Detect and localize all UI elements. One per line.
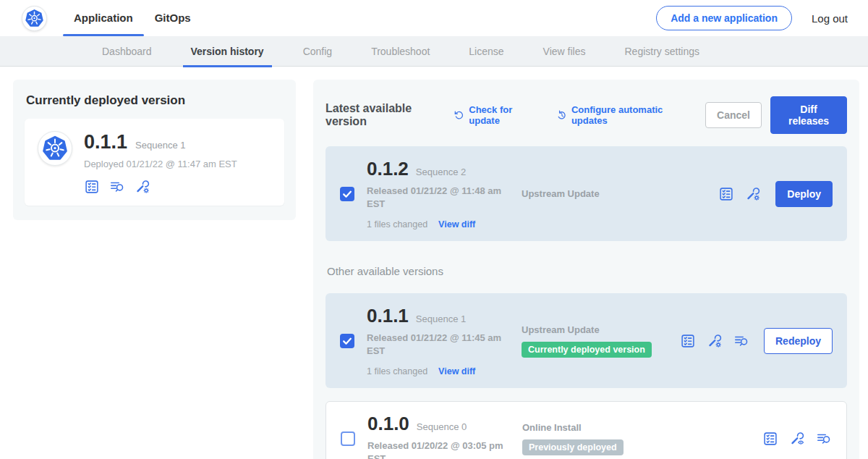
release-notes-icon[interactable] bbox=[718, 186, 734, 202]
release-notes-icon[interactable] bbox=[84, 179, 100, 195]
preflight-icon[interactable] bbox=[816, 431, 832, 447]
version-checkbox[interactable] bbox=[340, 187, 354, 201]
subnav-tab-troubleshoot[interactable]: Troubleshoot bbox=[363, 36, 438, 67]
version-info: 0.1.1 Sequence 1 Released 01/21/22 @ 11:… bbox=[367, 305, 520, 376]
top-nav: Application GitOps Add a new application… bbox=[0, 0, 868, 36]
preflight-icon[interactable] bbox=[109, 179, 125, 195]
source-label: Online Install bbox=[522, 422, 762, 433]
version-history-panel: Latest available version Check for updat… bbox=[313, 80, 859, 459]
version-checkbox[interactable] bbox=[341, 431, 355, 446]
checkmark-icon bbox=[340, 187, 354, 201]
deployed-timestamp: Deployed 01/21/22 @ 11:47 am EST bbox=[84, 159, 237, 169]
currently-deployed-panel: Currently deployed version 0.1.1 Sequenc… bbox=[13, 80, 296, 220]
version-number: 0.1.1 bbox=[367, 305, 409, 327]
subnav-tab-license[interactable]: License bbox=[461, 36, 511, 67]
subnav-tab-registry-settings[interactable]: Registry settings bbox=[616, 36, 707, 67]
add-application-button[interactable]: Add a new application bbox=[656, 6, 792, 30]
latest-available-title: Latest available version bbox=[326, 102, 441, 128]
latest-available-header: Latest available version Check for updat… bbox=[326, 96, 847, 134]
clock-refresh-icon bbox=[556, 109, 567, 122]
tab-application[interactable]: Application bbox=[63, 0, 144, 36]
logout-button[interactable]: Log out bbox=[812, 12, 848, 25]
version-source: Online Install Previously deployed bbox=[521, 422, 762, 455]
checkmark-icon bbox=[340, 334, 354, 348]
deploy-button[interactable]: Deploy bbox=[775, 181, 833, 207]
kubernetes-logo bbox=[22, 6, 47, 31]
deployed-version-number: 0.1.1 bbox=[84, 131, 127, 153]
subnav-tab-version-history[interactable]: Version history bbox=[183, 36, 272, 67]
kubernetes-helm-icon bbox=[24, 8, 45, 29]
released-timestamp: Released 01/21/22 @ 11:48 am EST bbox=[367, 185, 510, 210]
currently-deployed-title: Currently deployed version bbox=[26, 93, 283, 108]
edit-config-icon[interactable] bbox=[135, 179, 150, 195]
files-changed-label: 1 files changed bbox=[367, 366, 427, 376]
release-notes-icon[interactable] bbox=[762, 431, 778, 447]
edit-config-icon[interactable] bbox=[707, 333, 723, 349]
other-versions-title: Other available versions bbox=[327, 265, 846, 277]
main-content: Currently deployed version 0.1.1 Sequenc… bbox=[0, 67, 868, 459]
view-config-icon[interactable] bbox=[789, 431, 805, 447]
previously-deployed-badge: Previously deployed bbox=[522, 439, 624, 455]
row-actions bbox=[762, 431, 832, 447]
refresh-icon bbox=[453, 109, 464, 122]
version-source: Upstream Update Currently deployed versi… bbox=[520, 324, 680, 358]
app-logo bbox=[38, 131, 72, 166]
redeploy-button[interactable]: Redeploy bbox=[764, 328, 833, 354]
version-number: 0.1.0 bbox=[367, 413, 409, 435]
view-diff-link[interactable]: View diff bbox=[438, 219, 475, 230]
edit-config-icon[interactable] bbox=[745, 186, 761, 202]
version-source: Upstream Update bbox=[520, 188, 718, 199]
app-sub-nav: Dashboard Version history Config Trouble… bbox=[0, 36, 868, 67]
version-checkbox[interactable] bbox=[340, 334, 354, 348]
version-info: 0.1.2 Sequence 2 Released 01/21/22 @ 11:… bbox=[367, 158, 520, 230]
subnav-tab-dashboard[interactable]: Dashboard bbox=[94, 36, 160, 67]
preflight-icon[interactable] bbox=[733, 333, 749, 349]
kubernetes-helm-icon bbox=[41, 134, 69, 163]
cancel-button[interactable]: Cancel bbox=[705, 102, 762, 128]
deployed-version-details: 0.1.1 Sequence 1 Deployed 01/21/22 @ 11:… bbox=[84, 131, 237, 195]
source-label: Upstream Update bbox=[522, 324, 680, 335]
version-row-0-1-1: 0.1.1 Sequence 1 Released 01/21/22 @ 11:… bbox=[326, 293, 847, 388]
currently-deployed-badge: Currently deployed version bbox=[522, 342, 652, 358]
source-label: Upstream Update bbox=[522, 188, 718, 199]
version-number: 0.1.2 bbox=[367, 158, 409, 180]
deployed-action-icons bbox=[84, 179, 237, 195]
row-actions: Deploy bbox=[718, 181, 833, 207]
subnav-tab-config[interactable]: Config bbox=[295, 36, 340, 67]
deployed-version-card: 0.1.1 Sequence 1 Deployed 01/21/22 @ 11:… bbox=[25, 119, 284, 206]
view-diff-link[interactable]: View diff bbox=[438, 366, 475, 376]
sequence-label: Sequence 0 bbox=[417, 421, 467, 432]
sequence-label: Sequence 2 bbox=[416, 167, 466, 177]
deployed-sequence-label: Sequence 1 bbox=[135, 140, 185, 151]
files-changed-label: 1 files changed bbox=[367, 219, 427, 230]
configure-updates-label: Configure automatic updates bbox=[571, 104, 686, 126]
subnav-tab-view-files[interactable]: View files bbox=[535, 36, 594, 67]
diff-releases-button[interactable]: Diff releases bbox=[770, 96, 847, 134]
configure-automatic-updates-link[interactable]: Configure automatic updates bbox=[556, 104, 686, 126]
row-actions: Redeploy bbox=[680, 328, 833, 354]
version-row-0-1-2: 0.1.2 Sequence 2 Released 01/21/22 @ 11:… bbox=[326, 146, 847, 241]
released-timestamp: Released 01/20/22 @ 03:05 pm EST bbox=[367, 439, 511, 459]
tab-gitops[interactable]: GitOps bbox=[144, 0, 202, 36]
sequence-label: Sequence 1 bbox=[416, 313, 466, 324]
check-for-update-label: Check for update bbox=[469, 104, 537, 126]
version-row-0-1-0: 0.1.0 Sequence 0 Released 01/20/22 @ 03:… bbox=[326, 401, 847, 459]
version-info: 0.1.0 Sequence 0 Released 01/20/22 @ 03:… bbox=[367, 413, 521, 459]
check-for-update-link[interactable]: Check for update bbox=[453, 104, 537, 126]
released-timestamp: Released 01/21/22 @ 11:45 am EST bbox=[367, 332, 510, 357]
release-notes-icon[interactable] bbox=[680, 333, 696, 349]
